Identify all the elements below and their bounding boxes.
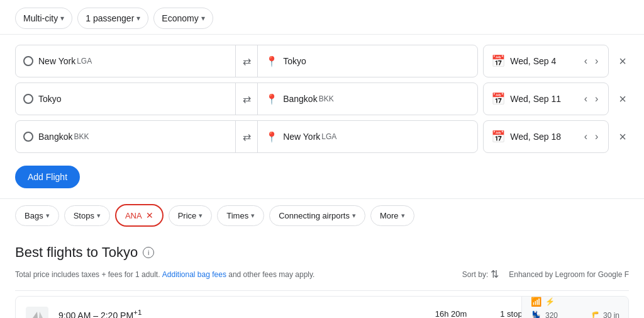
- dest-pin-1: 📍: [265, 55, 278, 67]
- flight-duration-1: 16h 20m LGA–NRT: [426, 309, 476, 318]
- origin-city-2: Tokyo: [38, 94, 62, 104]
- filter-connecting[interactable]: Connecting airports ▾: [269, 205, 365, 226]
- origin-3[interactable]: Bangkok BKK: [16, 121, 235, 152]
- remove-flight-2[interactable]: ×: [616, 89, 629, 109]
- time-superscript: +1: [133, 308, 142, 316]
- search-area: New York LGA ⇄ 📍 Tokyo 📅 Wed, Sep 4 ‹ › …: [0, 35, 644, 198]
- legroom-value: 30 in: [603, 311, 619, 318]
- meta-text2: and other fees may apply.: [228, 270, 314, 279]
- flight-times-1: 9:00 AM – 2:20 PM+1 United, ANA: [58, 308, 416, 318]
- filter-price[interactable]: Price ▾: [169, 205, 213, 226]
- origin-city-1: New York: [38, 56, 75, 66]
- dest-2[interactable]: 📍 Bangkok BKK: [258, 83, 477, 115]
- filter-more-label: More: [380, 211, 399, 220]
- date-next-2[interactable]: ›: [592, 92, 601, 106]
- airline-logo-1: [26, 307, 48, 318]
- dest-code-2: BKK: [319, 94, 334, 103]
- origin-icon-3: [23, 132, 33, 142]
- seat-count: 320: [545, 311, 558, 318]
- origin-icon-2: [23, 94, 33, 104]
- filter-more-chevron: ▾: [401, 212, 405, 220]
- bag-fees-link[interactable]: Additional bag fees: [162, 270, 226, 279]
- legroom-icon: 🦵: [590, 311, 599, 318]
- date-prev-3[interactable]: ‹: [582, 130, 590, 144]
- date-nav-2: ‹ ›: [582, 92, 601, 106]
- time-range-1: 9:00 AM – 2:20 PM+1: [58, 308, 416, 318]
- flight-segment-2[interactable]: Tokyo ⇄ 📍 Bangkok BKK: [15, 82, 478, 115]
- filter-ana-label: ANA: [125, 211, 142, 220]
- calendar-icon-1: 📅: [491, 54, 505, 68]
- amenities-panel-1: 📶 ⚡ 💺 320 🦵 30 in 🔌 77W 🦵 34 in: [521, 297, 628, 318]
- filter-connecting-chevron: ▾: [352, 212, 356, 220]
- origin-1[interactable]: New York LGA: [16, 45, 235, 77]
- filter-bags-label: Bags: [25, 211, 43, 220]
- remove-flight-1[interactable]: ×: [616, 52, 629, 71]
- dest-1[interactable]: 📍 Tokyo: [258, 45, 477, 77]
- swap-icon-1[interactable]: ⇄: [235, 45, 258, 77]
- origin-2[interactable]: Tokyo: [16, 83, 235, 115]
- filter-stops-chevron: ▾: [97, 212, 101, 220]
- dest-city-3: New York: [283, 132, 320, 142]
- calendar-icon-3: 📅: [491, 130, 505, 144]
- origin-city-3: Bangkok: [38, 132, 72, 142]
- date-field-1[interactable]: 📅 Wed, Sep 4 ‹ ›: [483, 45, 609, 77]
- cabin-selector[interactable]: Economy ▾: [153, 8, 213, 29]
- sort-by-label: Sort by:: [462, 270, 488, 279]
- origin-code-1: LGA: [77, 57, 92, 65]
- date-prev-1[interactable]: ‹: [582, 54, 590, 68]
- filter-bags[interactable]: Bags ▾: [15, 205, 59, 226]
- passengers-label: 1 passenger: [86, 13, 134, 23]
- date-next-3[interactable]: ›: [592, 130, 601, 144]
- add-flight-button[interactable]: Add Flight: [15, 166, 80, 188]
- swap-icon-3[interactable]: ⇄: [235, 121, 258, 152]
- info-icon[interactable]: i: [143, 247, 154, 258]
- date-field-3[interactable]: 📅 Wed, Sep 18 ‹ ›: [483, 120, 609, 153]
- flight-segment-1[interactable]: New York LGA ⇄ 📍 Tokyo: [15, 45, 478, 77]
- date-text-1: Wed, Sep 4: [510, 56, 576, 66]
- remove-flight-3[interactable]: ×: [616, 127, 629, 147]
- filter-ana-close[interactable]: ✕: [146, 210, 153, 220]
- filter-times[interactable]: Times ▾: [217, 205, 264, 226]
- time-range-text: 9:00 AM – 2:20 PM: [58, 310, 133, 318]
- filter-stops[interactable]: Stops ▾: [64, 205, 110, 226]
- dest-city-2: Bangkok: [283, 94, 317, 104]
- dest-code-3: LGA: [321, 132, 336, 141]
- passengers-selector[interactable]: 1 passenger ▾: [77, 8, 148, 29]
- meta-text: Total price includes taxes + fees for 1 …: [15, 270, 160, 279]
- amenity-seat: 💺 320 🦵 30 in: [531, 310, 619, 318]
- filter-price-chevron: ▾: [199, 212, 203, 220]
- filter-price-label: Price: [178, 211, 197, 220]
- amenity-wifi: 📶 ⚡: [531, 297, 619, 307]
- filter-more[interactable]: More ▾: [370, 205, 414, 226]
- filter-bags-chevron: ▾: [46, 212, 50, 220]
- date-field-2[interactable]: 📅 Wed, Sep 11 ‹ ›: [483, 82, 609, 115]
- results-title-text: Best flights to Tokyo: [15, 244, 138, 261]
- calendar-icon-2: 📅: [491, 92, 505, 106]
- date-prev-2[interactable]: ‹: [582, 92, 590, 106]
- cabin-chevron: ▾: [201, 14, 205, 23]
- flight-row-2: Tokyo ⇄ 📍 Bangkok BKK 📅 Wed, Sep 11 ‹ › …: [15, 82, 629, 115]
- duration-text-1: 16h 20m: [426, 309, 476, 318]
- enhanced-by: Enhanced by Legroom for Google F: [509, 270, 629, 279]
- dest-3[interactable]: 📍 New York LGA: [258, 121, 477, 152]
- results-title: Best flights to Tokyo i: [15, 244, 154, 261]
- dest-pin-3: 📍: [265, 131, 278, 143]
- filter-ana[interactable]: ANA ✕: [115, 204, 164, 227]
- swap-icon-2[interactable]: ⇄: [235, 83, 258, 115]
- trip-type-label: Multi-city: [23, 13, 58, 23]
- results-area: Best flights to Tokyo i Total price incl…: [0, 232, 644, 318]
- filters-row: Bags ▾ Stops ▾ ANA ✕ Price ▾ Times ▾ Con…: [0, 198, 644, 232]
- flight-result-1: 9:00 AM – 2:20 PM+1 United, ANA 16h 20m …: [15, 296, 629, 318]
- flight-segment-3[interactable]: Bangkok BKK ⇄ 📍 New York LGA: [15, 120, 478, 153]
- trip-type-selector[interactable]: Multi-city ▾: [15, 8, 72, 29]
- flight-row-3: Bangkok BKK ⇄ 📍 New York LGA 📅 Wed, Sep …: [15, 120, 629, 153]
- seat-icon: 💺: [531, 310, 541, 318]
- wifi-icon: 📶: [531, 297, 541, 307]
- date-text-2: Wed, Sep 11: [510, 94, 576, 104]
- date-next-1[interactable]: ›: [592, 54, 601, 68]
- date-nav-3: ‹ ›: [582, 130, 601, 144]
- flight-row-1: New York LGA ⇄ 📍 Tokyo 📅 Wed, Sep 4 ‹ › …: [15, 45, 629, 77]
- filter-connecting-label: Connecting airports: [279, 211, 350, 220]
- filter-times-label: Times: [226, 211, 248, 220]
- sort-icon[interactable]: ⇅: [491, 268, 499, 280]
